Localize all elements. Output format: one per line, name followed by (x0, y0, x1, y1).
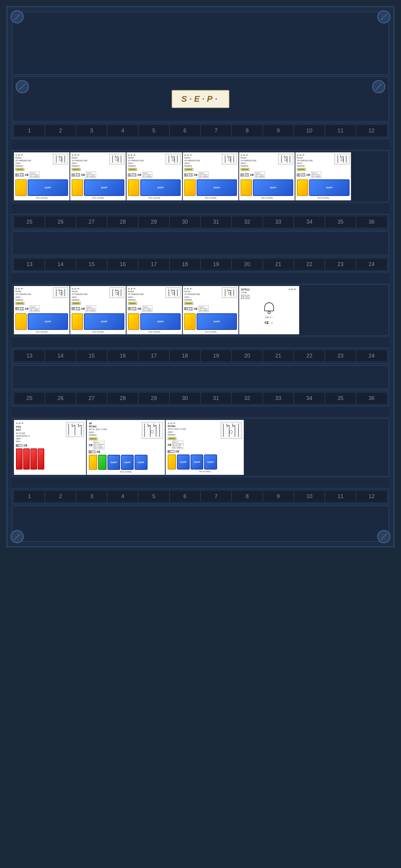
svg-line-14 (172, 156, 174, 158)
rcm4-2-toggle-yellow[interactable] (168, 455, 176, 469)
num-rev-16: 16 (107, 350, 138, 362)
rcm2-device-5: S·E·P· RCM21P+N/B16/0.03A240V~50/60Hz E0… (239, 152, 295, 200)
toggle-red-4[interactable] (38, 448, 44, 469)
rcm4-2-specs: 3P+N / B16 / 0.03A400V~50/60Hz (168, 428, 186, 436)
num-rev-20: 20 (232, 350, 263, 362)
device-row-1: S·E·P· RCM21P+N/B16/0.03A240V~50/60Hz E0… (12, 151, 389, 202)
sep-logo: S·E·P· (172, 90, 229, 108)
toggle-yellow-7[interactable] (16, 313, 27, 330)
rcm2-device-8: S·E·P· RCM21P+N/B16/0.03A240V~50/60Hz E0… (70, 286, 126, 334)
screw-top-right (377, 10, 391, 24)
btn-off-7[interactable]: OOFF (28, 313, 68, 330)
rcm4-2-btn-off-1[interactable]: OOFF (177, 455, 190, 469)
toggle-yellow-4[interactable] (184, 179, 196, 196)
btn-off-1[interactable]: OOFF (28, 179, 68, 196)
rcm4-1-model: RCM4 (89, 425, 107, 428)
toggle-yellow-1[interactable] (16, 179, 27, 196)
svg-line-68 (79, 425, 82, 427)
num-23: 23 (325, 258, 356, 270)
rcm4-2-btn-off-3[interactable]: OOFF (204, 455, 217, 469)
svg-point-10 (116, 159, 118, 161)
num-8: 8 (232, 125, 263, 137)
num-30: 30 (169, 393, 201, 404)
logo-section: S·E·P· (12, 76, 389, 122)
svg-line-65 (72, 425, 75, 427)
num-21: 21 (263, 258, 294, 270)
num-rev-27: 27 (76, 216, 107, 228)
top-blank-area (12, 12, 389, 75)
num-rev-12: 12 (356, 491, 387, 502)
toggle-yellow-2[interactable] (72, 179, 83, 196)
toggle-yellow-9[interactable] (128, 313, 140, 330)
rcm2-device-7: S·E·P· RCM21P+N/B16/0.03A240V~50/60Hz E0… (14, 286, 69, 334)
num-rev-32: 32 (232, 216, 263, 228)
num-rev-4: 4 (107, 491, 138, 502)
toggle-yellow-10[interactable] (184, 313, 196, 330)
rcm4-1-specs: 3P+N / B16 / 0.03A400V~50/60Hz (89, 428, 107, 437)
btn-off-5[interactable]: OOFF (253, 179, 293, 196)
svg-point-46 (116, 292, 118, 294)
svg-point-22 (228, 159, 230, 161)
num-28: 28 (107, 393, 138, 404)
num-rev-31: 31 (201, 216, 232, 228)
num-12: 12 (356, 125, 387, 137)
num-15: 15 (76, 258, 107, 270)
model-1: RCM21P+N/B16/0.03A240V~50/60Hz (16, 156, 40, 167)
toggle-yellow-8[interactable] (72, 313, 83, 330)
btn-off-4[interactable]: OOFF (196, 179, 237, 196)
num-rev-22: 22 (294, 350, 325, 362)
toggle-yellow-3[interactable] (128, 179, 140, 196)
num-4: 4 (107, 125, 138, 137)
rcm4-1-toggle-yellow[interactable] (89, 455, 97, 470)
chip-1: E0001N (16, 168, 24, 171)
num-rev-34: 34 (294, 216, 325, 228)
btr12-device: BTR12 12VA IP 20 S·E·P· 230 V ~ CE ⚡ (239, 286, 299, 334)
num-36: 36 (356, 393, 387, 404)
btn-off-3[interactable]: OOFF (140, 179, 181, 196)
num-rev-19: 19 (201, 350, 232, 362)
footer-1: Test monthly (16, 197, 68, 199)
toggle-yellow-6[interactable] (297, 179, 308, 196)
btn-off-9[interactable]: OOFF (140, 313, 181, 330)
rcm4-1-toggle-green[interactable] (98, 455, 106, 470)
svg-line-8 (115, 156, 118, 158)
hs1-specs: AC 22 A/BEN/IEC60947-3400V ~50Hz (16, 432, 30, 443)
btn-off-8[interactable]: OOFF (84, 313, 124, 330)
toggle-red-3[interactable] (30, 448, 37, 469)
btn-off-6[interactable]: OOFF (309, 179, 349, 196)
btn-off-2[interactable]: OOFF (84, 179, 124, 196)
num-rev-9: 9 (263, 491, 294, 502)
num-rev-18: 18 (169, 350, 201, 362)
num-rev-30: 30 (169, 216, 201, 228)
screw-bottom-left (10, 530, 24, 543)
rcm4-2-model: RCM4 (168, 425, 186, 428)
rcm4-1-btn-off-1[interactable]: OOFF (107, 455, 120, 470)
toggle-red-1[interactable] (16, 448, 23, 469)
svg-line-38 (59, 290, 62, 291)
svg-point-58 (228, 292, 230, 294)
toggle-yellow-5[interactable] (241, 179, 252, 196)
rcm2-device-2: S·E·P· RCM21P+N/B16/0.03A240V~50/60Hz E0… (70, 152, 126, 200)
number-rail-2: 13 14 15 16 17 18 19 20 21 22 23 24 (12, 257, 389, 272)
rcm4-device-2: S·E·P· RCM4 3P+N / B16 / 0.03A400V~50/60… (165, 420, 244, 475)
device-row-2: S·E·P· RCM21P+N/B16/0.03A240V~50/60Hz E0… (12, 284, 389, 336)
connector-strip-2 (12, 274, 389, 283)
num-rev-10: 10 (294, 491, 325, 502)
rcm2-device-10: S·E·P· RCM21P+N/B16/0.03A240V~50/60Hz E0… (183, 286, 239, 334)
bottom-blank-area (12, 506, 389, 542)
svg-line-72 (148, 425, 151, 427)
toggle-red-2[interactable] (23, 448, 30, 469)
num-6: 6 (169, 125, 201, 137)
rcm4-1-btn-off-2[interactable]: OOFF (121, 455, 134, 470)
hs1-toggles[interactable] (16, 448, 44, 469)
btn-off-10[interactable]: OOFF (196, 313, 237, 330)
num-10: 10 (294, 125, 325, 137)
num-11: 11 (325, 125, 356, 137)
rcm2-device-4: S·E·P· RCM21P+N/B16/0.03A240V~50/60Hz E0… (183, 152, 239, 200)
device-row-3: S·E·P· HS1 63A AC 22 A/BEN/IEC60947-3400… (12, 418, 389, 477)
num-31: 31 (201, 393, 232, 404)
rcm4-1-btn-off-3[interactable]: OOFF (134, 455, 147, 470)
num-rev-33: 33 (263, 216, 294, 228)
connector-strip-3 (12, 407, 389, 416)
rcm4-2-btn-off-2[interactable]: OOFF (191, 455, 203, 469)
